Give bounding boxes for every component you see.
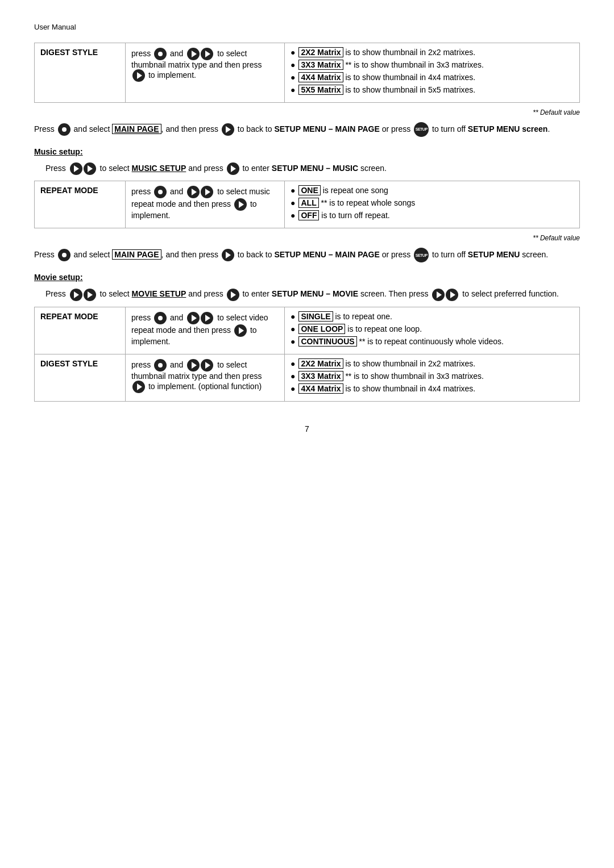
main-page-label-2: MAIN PAGE bbox=[112, 249, 161, 260]
nav-paragraph-2: Press and select MAIN PAGE, and then pre… bbox=[34, 248, 580, 262]
table-row: DIGEST STYLE press and to select thumbna… bbox=[35, 43, 580, 103]
option-single: SINGLE bbox=[298, 311, 333, 322]
dot-icon-nav1 bbox=[58, 123, 70, 136]
arrow-rm1c bbox=[234, 198, 247, 211]
double-arrow-icon-dsm1 bbox=[186, 359, 214, 372]
arrow-movie-b bbox=[84, 289, 96, 301]
digest-style-table: DIGEST STYLE press and to select thumbna… bbox=[34, 43, 580, 103]
arrow-movie2b bbox=[446, 289, 458, 301]
double-arrow-icon-rmm1 bbox=[186, 312, 214, 324]
arrow-rm1b bbox=[201, 186, 213, 198]
table-row: REPEAT MODE press and to select music re… bbox=[35, 181, 580, 228]
list-item: 3X3 Matrix ** is to show thumbnail in 3x… bbox=[291, 60, 574, 69]
arrow-rmm1b bbox=[201, 312, 213, 324]
arrow-movie-enter bbox=[227, 289, 239, 301]
option-one-loop: ONE LOOP bbox=[298, 324, 345, 334]
arrow-dsm1c bbox=[132, 381, 145, 393]
arrow-movie2a bbox=[432, 289, 445, 301]
list-item: 5X5 Matrix is to show thumbnail in 5x5 m… bbox=[291, 85, 574, 94]
setup-icon-2: SETUP bbox=[414, 248, 429, 262]
arrow-music-a bbox=[70, 162, 82, 175]
list-item: 4X4 Matrix is to show thumbnail in 4x4 m… bbox=[291, 73, 574, 82]
cell-digest-style-movie-options: 2X2 Matrix is to show thumbnail in 2x2 m… bbox=[285, 354, 580, 401]
list-item: 3X3 Matrix ** is to show thumbnail in 3x… bbox=[291, 372, 574, 381]
page-header: User Manual bbox=[34, 23, 580, 31]
movie-setup-para: Press to select MOVIE SETUP and press to… bbox=[45, 287, 580, 301]
cell-digest-style-label: DIGEST STYLE bbox=[35, 43, 126, 103]
arrow-dsm1b bbox=[201, 359, 213, 372]
arrow-rm1a bbox=[187, 186, 200, 198]
arrow-music-enter bbox=[227, 162, 239, 175]
double-arrow-icon-movie2 bbox=[432, 289, 459, 301]
double-arrow-icon-music bbox=[69, 162, 97, 175]
list-item: SINGLE is to repeat one. bbox=[291, 312, 574, 321]
list-item: ONE is repeat one song bbox=[291, 186, 574, 195]
repeat-mode-music-table: REPEAT MODE press and to select music re… bbox=[34, 181, 580, 228]
main-page-label-1: MAIN PAGE bbox=[112, 124, 161, 134]
arrow-right-icon-1a bbox=[187, 48, 200, 60]
music-setup-heading: Music setup: bbox=[34, 147, 580, 156]
cell-repeat-mode-movie-middle: press and to select video repeat mode an… bbox=[126, 307, 285, 354]
arrow-music-b bbox=[84, 162, 96, 175]
arrow-dsm1a bbox=[187, 359, 200, 372]
arrow-right-icon-1b bbox=[201, 48, 213, 60]
cell-digest-style-middle: press and to select thumbnail matrix typ… bbox=[126, 43, 285, 103]
arrow-right-nav1 bbox=[222, 123, 234, 136]
option-4x4: 4X4 Matrix bbox=[298, 72, 343, 82]
option-all: ALL bbox=[298, 198, 318, 208]
cell-repeat-mode-movie-options: SINGLE is to repeat one. ONE LOOP is to … bbox=[285, 307, 580, 354]
nav-paragraph-1: Press and select MAIN PAGE, and then pre… bbox=[34, 122, 580, 137]
double-arrow-icon-1 bbox=[186, 48, 214, 60]
list-item: CONTINUOUS ** is to repeat continuously … bbox=[291, 337, 574, 346]
setup-icon-1: SETUP bbox=[414, 122, 429, 137]
arrow-movie-a bbox=[70, 289, 82, 301]
cell-digest-style-options: 2X2 Matrix is to show thumbnail in 2x2 m… bbox=[285, 43, 580, 103]
double-arrow-icon-rm1 bbox=[186, 186, 214, 198]
movie-setup-heading: Movie setup: bbox=[34, 273, 580, 282]
cell-digest-style-movie-middle: press and to select thumbnail matrix typ… bbox=[126, 354, 285, 401]
default-note-1: ** Default value bbox=[34, 108, 580, 116]
dot-icon-dsm1 bbox=[154, 359, 167, 372]
dot-icon-nav2 bbox=[58, 249, 70, 261]
option-off: OFF bbox=[298, 210, 319, 220]
arrow-right-icon-2 bbox=[132, 69, 145, 82]
dot-icon-rm1 bbox=[154, 186, 167, 198]
arrow-right-nav2 bbox=[222, 249, 234, 261]
dot-icon-rmm1 bbox=[154, 312, 167, 324]
arrow-rmm1c bbox=[234, 324, 247, 337]
default-note-2: ** Default value bbox=[34, 234, 580, 242]
list-item: 2X2 Matrix is to show thumbnail in 2x2 m… bbox=[291, 359, 574, 368]
table-row-digest-movie: DIGEST STYLE press and to select thumbna… bbox=[35, 354, 580, 401]
option-2x2-movie: 2X2 Matrix bbox=[298, 358, 343, 369]
arrow-rmm1a bbox=[187, 312, 200, 324]
page-number: 7 bbox=[34, 424, 580, 433]
list-item: 2X2 Matrix is to show thumbnail in 2x2 m… bbox=[291, 48, 574, 57]
option-one: ONE bbox=[298, 185, 320, 195]
music-setup-para: Press to select MUSIC SETUP and press to… bbox=[45, 162, 580, 175]
option-continuous: CONTINUOUS bbox=[298, 336, 356, 347]
cell-repeat-mode-movie-label: REPEAT MODE bbox=[35, 307, 126, 354]
option-4x4-movie: 4X4 Matrix bbox=[298, 383, 343, 394]
cell-repeat-mode-music-middle: press and to select music repeat mode an… bbox=[126, 181, 285, 228]
list-item: 4X4 Matrix is to show thumbnail in 4x4 m… bbox=[291, 384, 574, 393]
table-row-repeat-movie: REPEAT MODE press and to select video re… bbox=[35, 307, 580, 354]
dot-icon-1 bbox=[154, 48, 167, 60]
option-3x3: 3X3 Matrix bbox=[298, 60, 343, 70]
cell-digest-style-movie-label: DIGEST STYLE bbox=[35, 354, 126, 401]
list-item: ONE LOOP is to repeat one loop. bbox=[291, 324, 574, 333]
movie-table: REPEAT MODE press and to select video re… bbox=[34, 307, 580, 402]
option-2x2: 2X2 Matrix bbox=[298, 47, 343, 57]
list-item: ALL ** is to repeat whole songs bbox=[291, 198, 574, 207]
option-5x5: 5X5 Matrix bbox=[298, 85, 343, 95]
cell-repeat-mode-music-label: REPEAT MODE bbox=[35, 181, 126, 228]
list-item: OFF is to turn off repeat. bbox=[291, 211, 574, 220]
option-3x3-movie: 3X3 Matrix bbox=[298, 371, 343, 381]
cell-repeat-mode-music-options: ONE is repeat one song ALL ** is to repe… bbox=[285, 181, 580, 228]
double-arrow-icon-movie bbox=[69, 289, 97, 301]
